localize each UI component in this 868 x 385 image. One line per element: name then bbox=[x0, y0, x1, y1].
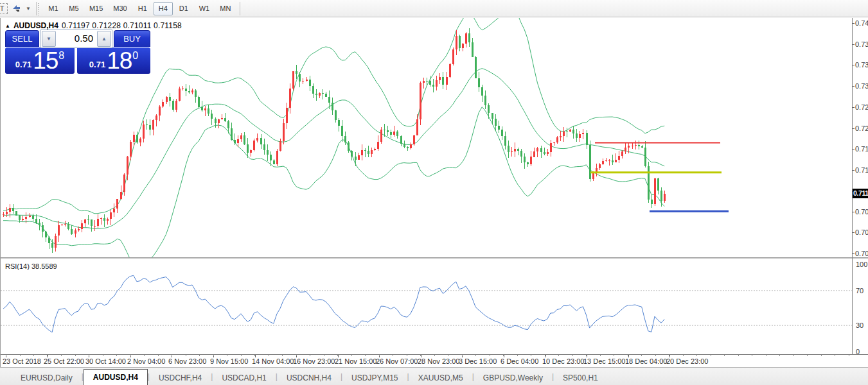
chart-tab-usdjpy[interactable]: USDJPY,M15 bbox=[342, 370, 407, 385]
price-axis-label: 0.72280 bbox=[855, 124, 868, 132]
rsi-axis-label: 30 bbox=[856, 321, 864, 329]
volume-value[interactable]: 0.50 bbox=[57, 30, 96, 47]
time-axis-minor-tick bbox=[545, 355, 545, 356]
time-axis-minor-tick bbox=[130, 355, 131, 356]
price-axis-tick bbox=[852, 65, 855, 65]
time-axis-minor-tick bbox=[296, 355, 297, 356]
volume-decrease-icon[interactable]: ▼ bbox=[42, 31, 56, 47]
timeframe-button-m15[interactable]: M15 bbox=[85, 2, 107, 15]
chart-tab-usdcnh[interactable]: USDCNH,H4 bbox=[278, 370, 341, 385]
time-axis-label: 10 Dec 23:00 bbox=[542, 357, 584, 365]
price-axis-tick bbox=[852, 149, 855, 150]
pane-splitter[interactable] bbox=[1, 257, 868, 259]
time-axis-label: 6 Nov 23:00 bbox=[168, 357, 206, 365]
price-axis-tick bbox=[852, 128, 855, 129]
rsi-axis-label: 0 bbox=[856, 348, 860, 355]
toolbar-separator bbox=[240, 2, 240, 15]
time-axis-minor-tick bbox=[33, 355, 34, 356]
price-axis-tick bbox=[852, 86, 855, 87]
rsi-indicator-chart[interactable] bbox=[1, 260, 852, 354]
time-axis-minor-tick bbox=[269, 355, 269, 356]
time-axis-minor-tick bbox=[379, 355, 380, 356]
time-axis-minor-tick bbox=[490, 355, 490, 356]
time-axis-minor-tick bbox=[462, 355, 463, 356]
time-axis-minor-tick bbox=[711, 355, 711, 356]
time-axis-minor-tick bbox=[503, 355, 504, 356]
price-axis-tick bbox=[852, 170, 855, 171]
time-axis-minor-tick bbox=[199, 355, 200, 356]
chart-area[interactable]: ▲ AUDUSD,H4 0.71197 0.71228 0.71011 0.71… bbox=[0, 18, 868, 367]
timeframe-button-m30[interactable]: M30 bbox=[109, 2, 131, 15]
time-axis-minor-tick bbox=[158, 355, 159, 356]
timeframe-button-m5[interactable]: M5 bbox=[64, 2, 84, 15]
buy-button[interactable]: BUY bbox=[114, 30, 150, 47]
chart-direction-icon: ▲ bbox=[5, 23, 10, 29]
timeframe-button-d1[interactable]: D1 bbox=[174, 2, 193, 15]
buy-price-pip: 0 bbox=[132, 50, 138, 62]
chart-tab-audusd[interactable]: AUDUSD,H4 bbox=[84, 369, 148, 385]
time-axis-label: 30 Oct 14:00 bbox=[85, 357, 126, 365]
rsi-line bbox=[3, 275, 664, 332]
chart-tab-sp500[interactable]: SP500,H1 bbox=[554, 370, 607, 385]
bollinger-lower-band bbox=[3, 107, 664, 258]
price-axis-tick bbox=[852, 107, 855, 108]
time-axis-minor-tick bbox=[669, 355, 669, 356]
time-axis-minor-tick bbox=[586, 355, 587, 356]
chart-tab-gbpusd[interactable]: GBPUSD,Weekly bbox=[474, 370, 552, 385]
buy-price-display[interactable]: 0.71 18 0 bbox=[77, 47, 150, 74]
timeframe-button-h1[interactable]: H1 bbox=[133, 2, 152, 15]
chart-tab-usdchf[interactable]: USDCHF,H4 bbox=[150, 370, 211, 385]
rsi-indicator-label: RSI(14) 38.5589 bbox=[5, 262, 57, 270]
time-axis-minor-tick bbox=[420, 355, 421, 356]
volume-increase-icon[interactable]: ▲ bbox=[97, 31, 111, 47]
timeframe-button-h4[interactable]: H4 bbox=[154, 2, 173, 15]
cursor-arrows-tool-icon[interactable] bbox=[9, 2, 24, 15]
time-axis-minor-tick bbox=[186, 355, 186, 356]
time-axis-minor-tick bbox=[227, 355, 227, 356]
trading-platform-window: T ▼ M1M5M15M30H1H4D1W1MN ▲ AUDUSD,H4 0.7… bbox=[0, 0, 868, 385]
bollinger-middle-band bbox=[3, 69, 664, 229]
time-axis-minor-tick bbox=[393, 355, 393, 356]
time-axis-minor-tick bbox=[172, 355, 172, 356]
sell-price-pip: 8 bbox=[58, 50, 64, 62]
timeframe-button-m1[interactable]: M1 bbox=[44, 2, 63, 15]
sell-price-main: 15 bbox=[33, 51, 58, 71]
time-axis-minor-tick bbox=[144, 355, 145, 356]
time-axis-minor-tick bbox=[20, 355, 21, 356]
price-axis-tick bbox=[852, 44, 855, 45]
time-axis-minor-tick bbox=[365, 355, 366, 356]
timeframe-button-group: M1M5M15M30H1H4D1W1MN bbox=[43, 2, 236, 15]
timeframe-button-mn[interactable]: MN bbox=[215, 2, 235, 15]
time-axis-minor-tick bbox=[558, 355, 559, 356]
sell-price-display[interactable]: 0.71 15 8 bbox=[5, 47, 75, 74]
text-label-tool-icon[interactable]: T bbox=[0, 3, 8, 14]
time-axis-minor-tick bbox=[628, 355, 628, 356]
time-axis-minor-tick bbox=[779, 355, 780, 356]
time-axis-minor-tick bbox=[448, 355, 448, 356]
time-axis-label: 23 Oct 2018 bbox=[3, 357, 41, 365]
tool-dropdown-caret-icon[interactable]: ▼ bbox=[26, 6, 31, 12]
time-axis-minor-tick bbox=[517, 355, 518, 356]
time-axis-minor-tick bbox=[282, 355, 283, 356]
sell-button[interactable]: SELL bbox=[5, 30, 39, 47]
time-axis-label: 21 Nov 15:00 bbox=[335, 357, 376, 365]
chart-tab-eurusd[interactable]: EURUSD,Daily bbox=[12, 370, 82, 385]
price-axis-tick bbox=[852, 23, 855, 24]
timeframe-button-w1[interactable]: W1 bbox=[195, 2, 215, 15]
time-axis-minor-tick bbox=[766, 355, 766, 356]
chart-tab-usdcad[interactable]: USDCAD,H1 bbox=[213, 370, 275, 385]
time-axis-label: 16 Nov 23:00 bbox=[293, 357, 335, 365]
time-axis-minor-tick bbox=[696, 355, 697, 356]
top-toolbar: T ▼ M1M5M15M30H1H4D1W1MN bbox=[0, 0, 868, 17]
time-axis-minor-tick bbox=[641, 355, 642, 356]
time-axis-minor-tick bbox=[531, 355, 531, 356]
time-axis-label: 2 Nov 04:00 bbox=[127, 357, 165, 365]
time-axis-minor-tick bbox=[572, 355, 573, 356]
time-axis-minor-tick bbox=[310, 355, 310, 356]
time-axis-minor-tick bbox=[807, 355, 808, 356]
price-axis-label: 0.73720 bbox=[855, 40, 868, 48]
chart-tab-xauusd[interactable]: XAUUSD,M5 bbox=[409, 370, 472, 385]
time-axis-minor-tick bbox=[213, 355, 214, 356]
price-axis-label: 0.72640 bbox=[855, 103, 868, 111]
price-axis-tick bbox=[852, 232, 855, 233]
